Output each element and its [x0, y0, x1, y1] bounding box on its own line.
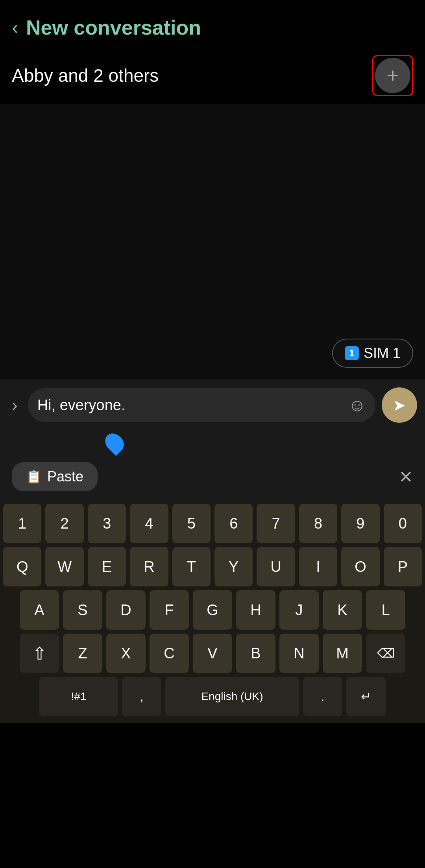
key-9[interactable]: 9	[341, 504, 379, 543]
send-icon: ➤	[393, 396, 406, 414]
key-r[interactable]: R	[130, 547, 168, 586]
key-5[interactable]: 5	[172, 504, 211, 543]
key-p[interactable]: P	[384, 547, 422, 586]
key-t[interactable]: T	[172, 547, 211, 586]
recipients-text: Abby and 2 others	[12, 65, 372, 86]
send-button[interactable]: ➤	[382, 387, 417, 423]
paste-label: Paste	[47, 468, 83, 485]
symbols-key[interactable]: !#1	[39, 677, 118, 716]
header: ‹ New conversation	[0, 0, 425, 47]
expand-button[interactable]: ›	[8, 391, 22, 419]
key-f[interactable]: F	[150, 590, 189, 630]
emoji-button[interactable]: ☺	[348, 395, 366, 415]
sim-label: SIM 1	[364, 345, 401, 361]
keyboard-asdf-row: A S D F G H J K L	[3, 590, 422, 630]
cursor-drop	[102, 430, 128, 456]
plus-icon: +	[387, 65, 399, 86]
recipients-bar: Abby and 2 others +	[0, 47, 425, 104]
keyboard-number-row: 1 2 3 4 5 6 7 8 9 0	[3, 504, 422, 543]
key-6[interactable]: 6	[214, 504, 253, 543]
back-button[interactable]: ‹	[12, 18, 18, 37]
comma-key[interactable]: ,	[122, 677, 161, 716]
message-input-area: › Hi, everyone. ☺ ➤	[0, 380, 425, 431]
space-key[interactable]: English (UK)	[165, 677, 299, 716]
key-x[interactable]: X	[106, 634, 146, 673]
paste-popup-area: 📋 Paste ✕	[0, 458, 425, 499]
message-input-wrapper: Hi, everyone. ☺	[28, 388, 375, 422]
shift-key[interactable]: ⇧	[20, 634, 59, 673]
paste-icon: 📋	[26, 469, 42, 484]
key-i[interactable]: I	[299, 547, 337, 586]
key-s[interactable]: S	[63, 590, 102, 630]
key-g[interactable]: G	[193, 590, 232, 630]
key-3[interactable]: 3	[88, 504, 126, 543]
chat-area: 1 SIM 1	[0, 104, 425, 380]
key-u[interactable]: U	[257, 547, 295, 586]
keyboard: 1 2 3 4 5 6 7 8 9 0 Q W E R T Y U I O P …	[0, 499, 425, 723]
message-input[interactable]: Hi, everyone.	[37, 397, 342, 414]
key-y[interactable]: Y	[214, 547, 253, 586]
key-l[interactable]: L	[366, 590, 405, 630]
key-w[interactable]: W	[45, 547, 83, 586]
key-7[interactable]: 7	[257, 504, 295, 543]
keyboard-zxcv-row: ⇧ Z X C V B N M ⌫	[3, 634, 422, 673]
key-v[interactable]: V	[193, 634, 232, 673]
cursor-area	[0, 431, 425, 458]
add-recipient-button[interactable]: +	[375, 58, 410, 93]
key-q[interactable]: Q	[3, 547, 41, 586]
add-recipient-btn-wrapper: +	[372, 55, 413, 96]
key-h[interactable]: H	[236, 590, 275, 630]
key-j[interactable]: J	[279, 590, 319, 630]
key-1[interactable]: 1	[3, 504, 41, 543]
sim-badge: 1	[345, 346, 359, 360]
keyboard-qwerty-row: Q W E R T Y U I O P	[3, 547, 422, 586]
key-8[interactable]: 8	[299, 504, 337, 543]
close-paste-button[interactable]: ✕	[399, 467, 413, 487]
key-4[interactable]: 4	[130, 504, 168, 543]
keyboard-bottom-row: !#1 , English (UK) . ↵	[3, 677, 422, 716]
key-b[interactable]: B	[236, 634, 275, 673]
page-title: New conversation	[26, 16, 201, 39]
key-o[interactable]: O	[341, 547, 379, 586]
key-a[interactable]: A	[20, 590, 59, 630]
key-m[interactable]: M	[323, 634, 362, 673]
enter-key[interactable]: ↵	[346, 677, 386, 716]
key-k[interactable]: K	[323, 590, 362, 630]
sim-selector[interactable]: 1 SIM 1	[332, 339, 413, 368]
paste-button[interactable]: 📋 Paste	[12, 462, 98, 491]
key-z[interactable]: Z	[63, 634, 102, 673]
key-n[interactable]: N	[279, 634, 319, 673]
key-d[interactable]: D	[106, 590, 146, 630]
key-2[interactable]: 2	[45, 504, 83, 543]
period-key[interactable]: .	[303, 677, 342, 716]
key-e[interactable]: E	[88, 547, 126, 586]
key-c[interactable]: C	[150, 634, 189, 673]
key-0[interactable]: 0	[384, 504, 422, 543]
backspace-key[interactable]: ⌫	[366, 634, 405, 673]
